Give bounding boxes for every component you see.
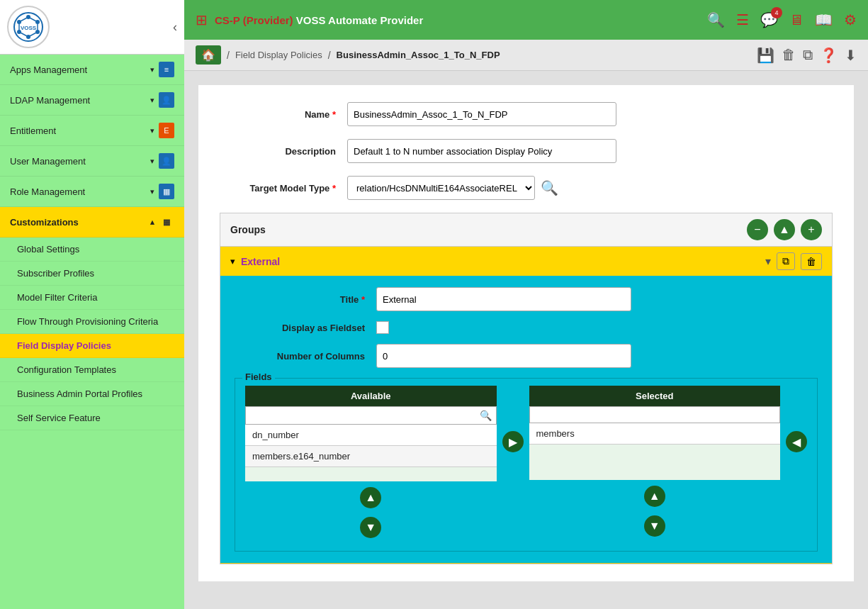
chevron-down-icon: ▾	[150, 65, 154, 74]
target-model-type-select[interactable]: relation/HcsDNMultiE164AssociateREL	[347, 176, 535, 200]
target-model-search-button[interactable]: 🔍	[541, 179, 558, 196]
groups-section: Groups − ▲ + ▾ External ▾ ⧉	[220, 213, 833, 564]
sidebar-item-user-management[interactable]: User Management ▾ 👤	[0, 146, 184, 177]
sidebar-item-model-filter-criteria[interactable]: Model Filter Criteria	[0, 286, 184, 310]
external-group-header: ▾ External ▾ ⧉ 🗑	[220, 247, 832, 276]
sidebar-item-label: Customizations	[10, 217, 79, 228]
svg-text:VOSS: VOSS	[21, 25, 37, 31]
sidebar-item-label: LDAP Management	[10, 95, 90, 106]
selected-field-list: members	[529, 423, 781, 480]
search-icon[interactable]: 🔍	[707, 11, 725, 28]
monitor-icon[interactable]: 🖥	[789, 12, 804, 28]
description-input[interactable]	[347, 139, 616, 163]
selected-header: Selected	[529, 386, 781, 406]
description-label: Description	[220, 146, 347, 157]
title-row: Title *	[235, 287, 818, 311]
available-down-arrow-btn[interactable]: ▼	[360, 517, 381, 538]
move-right-btn[interactable]: ▶	[502, 431, 524, 452]
sidebar-item-role-management[interactable]: Role Management ▾ ▦	[0, 177, 184, 207]
sidebar-item-entitlement[interactable]: Entitlement ▾ E	[0, 116, 184, 146]
main-content: ⊞ CS-P (Provider) VOSS Automate Provider…	[184, 0, 868, 609]
grid-icon: ▦	[159, 184, 174, 199]
sidebar-item-customizations[interactable]: Customizations ▴ ▦	[0, 207, 184, 238]
chevron-up-icon: ▴	[150, 218, 154, 227]
target-model-type-label: Target Model Type *	[220, 183, 347, 194]
groups-actions: − ▲ +	[747, 219, 822, 240]
sidebar-item-business-admin-portal-profiles[interactable]: Business Admin Portal Profiles	[0, 382, 184, 406]
groups-title: Groups	[230, 224, 266, 235]
list-item[interactable]: members	[529, 423, 781, 445]
number-of-columns-input[interactable]	[376, 344, 631, 368]
sidebar-item-flow-through-provisioning[interactable]: Flow Through Provisioning Criteria	[0, 310, 184, 334]
breadcrumb-sep: /	[227, 50, 230, 61]
sidebar-item-field-display-policies[interactable]: Field Display Policies	[0, 334, 184, 358]
chevron-down-icon: ▾	[150, 96, 154, 105]
external-delete-btn[interactable]: 🗑	[801, 253, 822, 270]
sidebar-item-subscriber-profiles[interactable]: Subscriber Profiles	[0, 262, 184, 286]
external-dropdown-btn[interactable]: ▾	[765, 255, 771, 268]
sidebar-item-configuration-templates[interactable]: Configuration Templates	[0, 358, 184, 382]
list-icon: ≡	[159, 62, 174, 77]
display-as-fieldset-row: Display as Fieldset	[235, 321, 818, 334]
copy-button[interactable]: ⧉	[803, 47, 813, 64]
display-as-fieldset-checkbox[interactable]	[376, 321, 389, 334]
settings-icon[interactable]: ⚙	[844, 11, 857, 28]
available-up-arrow-btn[interactable]: ▲	[360, 487, 381, 508]
delete-button[interactable]: 🗑	[782, 47, 796, 64]
sidebar-item-ldap-management[interactable]: LDAP Management ▾ 👤	[0, 85, 184, 116]
sidebar-item-apps-management[interactable]: Apps Management ▾ ≡	[0, 55, 184, 85]
available-column: Available 🔍 dn_number members.e164_numbe…	[245, 386, 497, 541]
breadcrumb-current-page: BusinessAdmin_Assoc_1_To_N_FDP	[337, 50, 500, 60]
sidebar-collapse-btn[interactable]: ‹	[173, 20, 177, 35]
sidebar-sub-item-label: Flow Through Provisioning Criteria	[17, 316, 158, 327]
sidebar-item-label: Role Management	[10, 186, 85, 197]
selected-up-arrow-btn[interactable]: ▲	[644, 486, 665, 507]
sidebar-item-global-settings[interactable]: Global Settings	[0, 238, 184, 262]
selected-search-input[interactable]	[534, 410, 776, 420]
required-indicator: *	[332, 109, 336, 120]
sidebar-logo: VOSS ‹	[0, 0, 184, 55]
external-copy-btn[interactable]: ⧉	[777, 252, 795, 270]
move-left-btn[interactable]: ◀	[786, 431, 807, 452]
selected-column: Selected members ▲	[529, 386, 781, 540]
sidebar-item-label: User Management	[10, 156, 86, 167]
breadcrumb-parent-link[interactable]: Field Display Policies	[235, 50, 322, 60]
sidebar-item-self-service-feature[interactable]: Self Service Feature	[0, 406, 184, 430]
available-search-bar: 🔍	[245, 406, 497, 425]
selected-down-arrow-btn[interactable]: ▼	[644, 515, 665, 537]
external-form: Title * Display as Fieldset Number of Co…	[220, 276, 832, 563]
groups-header: Groups − ▲ +	[220, 213, 832, 247]
title-input[interactable]	[376, 287, 631, 311]
chevron-down-icon: ▾	[150, 187, 154, 196]
breadcrumb-home[interactable]: 🏠	[196, 45, 221, 65]
list-item[interactable]: dn_number	[245, 425, 497, 446]
groups-collapse-btn[interactable]: −	[747, 219, 768, 240]
breadcrumb-bar: 🏠 / Field Display Policies / BusinessAdm…	[184, 40, 868, 71]
e-icon: E	[159, 123, 174, 138]
chevron-down-icon: ▾	[150, 157, 154, 166]
sidebar-sub-item-label: Business Admin Portal Profiles	[17, 389, 142, 399]
available-field-list: dn_number members.e164_number	[245, 425, 497, 481]
list-item[interactable]: members.e164_number	[245, 446, 497, 467]
help-button[interactable]: ❓	[820, 47, 838, 64]
save-button[interactable]: 💾	[757, 47, 774, 64]
external-expand-icon: ▾	[230, 256, 235, 267]
list-icon[interactable]: ☰	[736, 11, 749, 28]
download-button[interactable]: ⬇	[845, 47, 857, 64]
groups-up-btn[interactable]: ▲	[774, 219, 795, 240]
svg-line-7	[28, 17, 38, 22]
sidebar-sub-item-label: Subscriber Profiles	[17, 268, 94, 279]
available-search-icon: 🔍	[480, 410, 492, 421]
bookmark-icon[interactable]: 📖	[815, 11, 833, 28]
transfer-back-arrows: ◀	[786, 386, 807, 455]
display-as-fieldset-label: Display as Fieldset	[235, 323, 376, 333]
groups-add-btn[interactable]: +	[801, 219, 822, 240]
notification-badge: 4	[771, 7, 782, 18]
content-area: Name * Description Target Model Type * r…	[184, 71, 868, 609]
available-search-input[interactable]	[250, 410, 480, 420]
name-input[interactable]	[347, 102, 616, 126]
selected-search-bar	[529, 406, 781, 423]
chat-icon[interactable]: 💬 4	[760, 11, 778, 28]
voss-logo: VOSS	[7, 6, 50, 48]
breadcrumb-actions: 💾 🗑 ⧉ ❓ ⬇	[757, 47, 857, 64]
